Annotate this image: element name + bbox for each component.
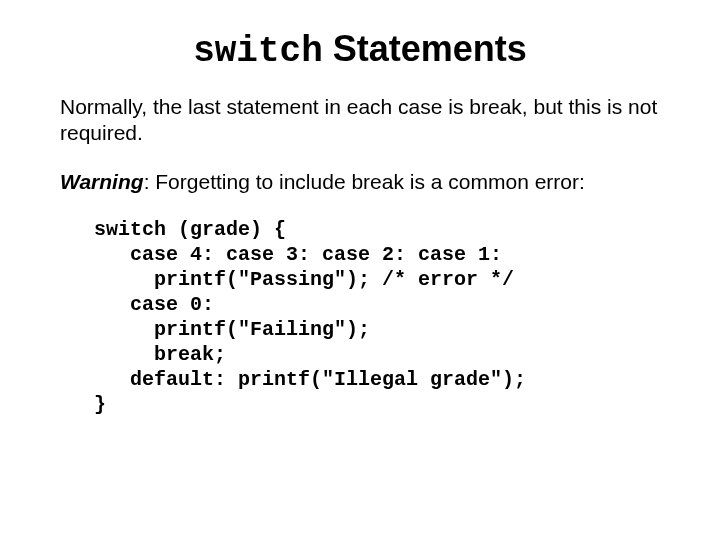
warning-text: : Forgetting to include break is a commo… xyxy=(144,170,585,193)
paragraph-warning: Warning: Forgetting to include break is … xyxy=(60,169,660,195)
warning-label: Warning xyxy=(60,170,144,193)
paragraph-intro: Normally, the last statement in each cas… xyxy=(60,94,660,147)
title-keyword: switch xyxy=(193,31,323,72)
code-block: switch (grade) { case 4: case 3: case 2:… xyxy=(94,217,660,417)
title-rest: Statements xyxy=(323,28,527,69)
slide-title: switch Statements xyxy=(60,28,660,72)
